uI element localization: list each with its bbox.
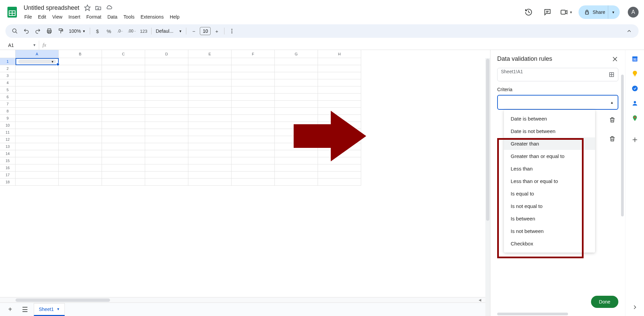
cell[interactable] [145, 58, 188, 65]
cell[interactable] [232, 143, 275, 150]
cell[interactable] [59, 101, 102, 108]
col-header[interactable]: D [145, 50, 188, 58]
row-header[interactable]: 11 [0, 129, 16, 136]
comments-icon[interactable] [541, 5, 554, 19]
cell[interactable] [275, 143, 318, 150]
cell[interactable] [145, 65, 188, 72]
menu-file[interactable]: File [22, 13, 35, 21]
cell[interactable] [275, 108, 318, 115]
cell[interactable] [275, 86, 318, 94]
cell[interactable] [102, 157, 145, 164]
share-dropdown[interactable]: ▼ [608, 5, 618, 19]
cell[interactable] [318, 94, 361, 101]
cell[interactable] [188, 150, 232, 157]
cell[interactable] [232, 72, 275, 79]
hide-panel-icon[interactable] [632, 304, 638, 311]
cell[interactable] [102, 129, 145, 136]
sheets-logo[interactable] [5, 5, 19, 19]
cell[interactable] [232, 108, 275, 115]
cell[interactable] [102, 86, 145, 94]
cell[interactable] [59, 122, 102, 129]
cell[interactable] [232, 122, 275, 129]
cell[interactable] [318, 150, 361, 157]
cell[interactable] [188, 94, 232, 101]
cell[interactable] [232, 157, 275, 164]
cell[interactable] [102, 79, 145, 86]
cell[interactable] [275, 122, 318, 129]
cell[interactable] [232, 150, 275, 157]
cell[interactable] [318, 179, 361, 186]
cell[interactable] [232, 94, 275, 101]
row-header[interactable]: 13 [0, 143, 16, 150]
cell[interactable] [16, 129, 59, 136]
cell[interactable] [16, 94, 59, 101]
cell[interactable] [102, 164, 145, 172]
cell[interactable] [275, 79, 318, 86]
cell[interactable] [59, 129, 102, 136]
cell[interactable] [188, 129, 232, 136]
cell[interactable] [16, 179, 59, 186]
history-icon[interactable] [522, 5, 535, 19]
cell[interactable] [102, 115, 145, 122]
cell[interactable] [232, 115, 275, 122]
cell[interactable] [318, 65, 361, 72]
cell[interactable] [16, 115, 59, 122]
cell[interactable] [188, 136, 232, 143]
all-sheets-button[interactable]: ☰ [19, 304, 31, 316]
cell[interactable] [59, 150, 102, 157]
cell[interactable] [59, 157, 102, 164]
zoom-select[interactable]: 100%▼ [67, 28, 88, 34]
cell[interactable] [102, 108, 145, 115]
cell[interactable] [102, 143, 145, 150]
cell[interactable] [59, 58, 102, 65]
undo-icon[interactable] [21, 26, 32, 36]
currency-icon[interactable]: $ [92, 26, 103, 36]
row-header[interactable]: 5 [0, 86, 16, 94]
cell[interactable] [59, 164, 102, 172]
row-header[interactable]: 6 [0, 94, 16, 101]
cell[interactable] [318, 143, 361, 150]
cell[interactable] [188, 58, 232, 65]
menu-help[interactable]: Help [167, 13, 182, 21]
cell[interactable] [232, 58, 275, 65]
criteria-option[interactable]: Is not between [504, 225, 595, 237]
cell[interactable] [318, 86, 361, 94]
row-header[interactable]: 10 [0, 122, 16, 129]
cell[interactable] [188, 72, 232, 79]
row-header[interactable]: 9 [0, 115, 16, 122]
cell[interactable] [102, 122, 145, 129]
cell[interactable] [275, 136, 318, 143]
meet-button[interactable]: ▼ [560, 5, 573, 19]
cell[interactable] [102, 172, 145, 179]
cell[interactable] [275, 150, 318, 157]
cell[interactable] [318, 122, 361, 129]
cell[interactable] [16, 164, 59, 172]
contacts-icon[interactable] [632, 100, 638, 107]
add-addon-icon[interactable] [632, 136, 638, 143]
row-header[interactable]: 2 [0, 65, 16, 72]
cell[interactable] [145, 150, 188, 157]
cell[interactable] [102, 65, 145, 72]
col-header[interactable]: A [16, 50, 59, 58]
col-header[interactable]: B [59, 50, 102, 58]
row-header[interactable]: 7 [0, 101, 16, 108]
cell[interactable] [188, 157, 232, 164]
cell[interactable] [318, 136, 361, 143]
cell[interactable] [275, 65, 318, 72]
doc-title[interactable]: Untitled spreadsheet [22, 4, 81, 12]
cell[interactable] [318, 164, 361, 172]
menu-edit[interactable]: Edit [35, 13, 49, 21]
vertical-scrollbar[interactable] [485, 58, 490, 316]
col-header[interactable]: F [232, 50, 275, 58]
menu-view[interactable]: View [50, 13, 65, 21]
cell[interactable] [145, 122, 188, 129]
cell[interactable]: ▼ [16, 58, 59, 65]
cell[interactable] [188, 122, 232, 129]
select-all-corner[interactable] [0, 50, 16, 58]
criteria-option[interactable]: Less than or equal to [504, 175, 595, 187]
print-icon[interactable] [44, 26, 55, 36]
cell[interactable] [232, 101, 275, 108]
dropdown-chip[interactable]: ▼ [18, 59, 56, 64]
cell[interactable] [275, 179, 318, 186]
cell[interactable] [188, 115, 232, 122]
